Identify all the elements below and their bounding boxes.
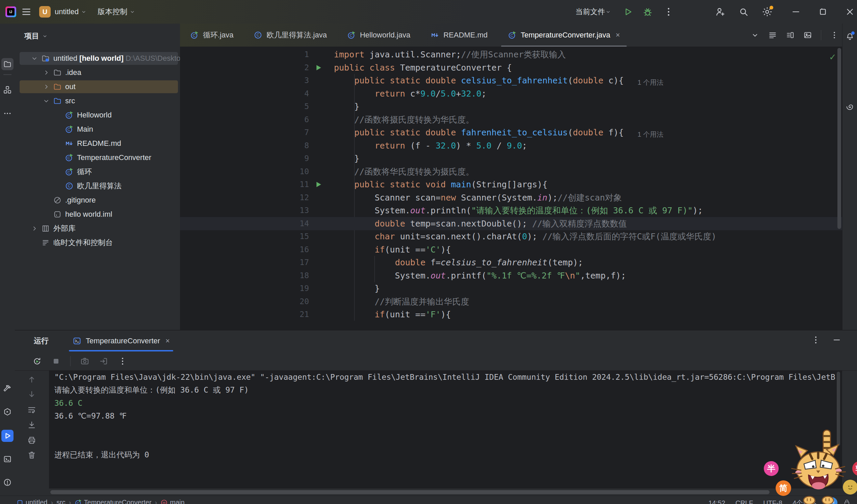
close-tab-icon[interactable]: ×	[616, 31, 620, 39]
tree-item[interactable]: out	[15, 80, 180, 94]
tree-item[interactable]: untitled [hello world] D:\ASUS\Desktop\J…	[15, 51, 180, 66]
tree-item[interactable]: CHelloworld	[15, 108, 180, 122]
tree-item[interactable]: CMain	[15, 122, 180, 136]
tree-item[interactable]: 临时文件和控制台	[15, 236, 180, 250]
chevron-right-icon[interactable]	[42, 69, 50, 77]
tree-item[interactable]: .gitignore	[15, 193, 180, 207]
console-output[interactable]: "C:\Program Files\Java\jdk-22\bin\java.e…	[49, 371, 842, 488]
search-everywhere-icon[interactable]	[738, 6, 749, 17]
build-tool-button[interactable]	[1, 383, 14, 394]
line-number: 5	[274, 100, 309, 113]
code-line: 11 public static void main(String[]args)…	[180, 178, 842, 191]
breadcrumbs: untitled›src›CTemperatureConverter›mmain	[16, 499, 185, 504]
tree-item[interactable]: C循环	[15, 165, 180, 179]
more-actions-icon[interactable]	[663, 6, 674, 17]
window-maximize-button[interactable]	[818, 7, 828, 17]
scroll-to-end-icon[interactable]	[27, 420, 36, 430]
tab-options-icon[interactable]	[830, 31, 839, 39]
run-config-widget[interactable]: 当前文件	[575, 7, 605, 17]
prev-occurrence-icon[interactable]	[27, 375, 36, 384]
inspections-ok-icon[interactable]: ✓	[829, 52, 836, 63]
soft-wrap-icon[interactable]	[27, 405, 36, 415]
run-line-icon[interactable]	[314, 180, 323, 189]
run-panel-options-icon[interactable]	[811, 335, 821, 345]
svg-text:C: C	[350, 33, 353, 37]
run-line-icon[interactable]	[314, 64, 323, 72]
thread-dump-icon[interactable]	[80, 356, 89, 366]
chevron-down-icon[interactable]	[42, 97, 50, 105]
terminal-tool-button[interactable]	[1, 453, 14, 465]
run-config-chevron-icon[interactable]	[605, 9, 611, 15]
tree-item[interactable]: hello world.iml	[15, 207, 180, 221]
encoding-widget[interactable]: UTF-8	[763, 499, 783, 504]
rerun-button[interactable]	[32, 356, 42, 366]
breadcrumb-item[interactable]: CTemperatureConverter	[74, 499, 152, 504]
structure-tool-button[interactable]	[1, 84, 14, 96]
clear-console-icon[interactable]	[27, 450, 36, 460]
vcs-widget[interactable]: 版本控制	[98, 7, 127, 17]
problems-tool-button[interactable]	[1, 476, 14, 488]
run-button[interactable]	[623, 6, 634, 17]
main-menu-icon[interactable]	[21, 6, 32, 17]
console-horizontal-scrollbar[interactable]	[50, 490, 770, 494]
tree-item[interactable]: CTemperatureConverter	[15, 151, 180, 165]
vcs-chevron-icon[interactable]	[129, 9, 135, 15]
more-tools-button[interactable]	[1, 107, 14, 119]
svg-text:C: C	[68, 184, 71, 188]
tab-list-icon[interactable]	[768, 31, 777, 39]
line-separator-widget[interactable]: CRLF	[736, 499, 753, 504]
tab-bar-actions	[751, 23, 839, 47]
preview-icon[interactable]	[803, 31, 812, 39]
chevron-right-icon[interactable]	[30, 224, 38, 233]
line-number: 4	[274, 87, 309, 100]
code-line: 5 }	[180, 100, 842, 113]
project-panel-header[interactable]: 项目	[24, 31, 48, 41]
project-badge: U	[39, 6, 51, 18]
chevron-right-icon[interactable]	[42, 83, 50, 91]
intellij-logo-icon: IJ	[5, 6, 16, 17]
stop-button[interactable]	[51, 356, 61, 366]
run-toolbar-more-icon[interactable]	[118, 356, 127, 366]
close-run-tab-icon[interactable]: ×	[166, 337, 170, 345]
code-with-me-icon[interactable]	[715, 6, 725, 17]
project-name[interactable]: untitled	[55, 7, 79, 16]
editor-tab[interactable]: C循环.java	[180, 23, 243, 47]
editor-tab[interactable]: CHelloworld.java	[337, 23, 420, 47]
editor-tab[interactable]: README.md	[420, 23, 498, 47]
editor-tab[interactable]: C欧几里得算法.java	[243, 23, 337, 47]
run-tab[interactable]: TemperatureConverter ×	[66, 331, 177, 351]
print-icon[interactable]	[27, 435, 36, 445]
project-chevron-icon[interactable]	[81, 9, 87, 15]
console-line: 36.6 C	[49, 397, 842, 409]
split-editor-icon[interactable]	[786, 31, 794, 39]
project-tool-button[interactable]	[1, 58, 14, 70]
run-tool-button[interactable]	[1, 430, 14, 442]
attach-debugger-icon[interactable]	[99, 356, 108, 366]
tree-item[interactable]: .idea	[15, 66, 180, 80]
window-minimize-button[interactable]	[791, 7, 801, 17]
services-tool-button[interactable]	[1, 406, 14, 418]
breadcrumb-item[interactable]: untitled	[16, 499, 48, 504]
ai-assistant-icon[interactable]	[844, 101, 856, 113]
breadcrumb-item[interactable]: src	[56, 499, 66, 504]
code-line: 21 if(unit =='F'){	[180, 308, 842, 321]
editor-scrollbar[interactable]	[837, 48, 841, 229]
editor-tab[interactable]: CTemperatureConverter.java×	[498, 23, 630, 47]
code-line: 6 //函数将摄氏度转换为华氏度。	[180, 113, 842, 126]
next-occurrence-icon[interactable]	[27, 389, 36, 399]
settings-icon[interactable]	[762, 6, 773, 17]
console-line: 请输入要转换的温度和单位：(例如 36.6 C 或 97 F)	[49, 384, 842, 396]
tree-item[interactable]: C欧几里得算法	[15, 179, 180, 193]
tree-item[interactable]: src	[15, 94, 180, 108]
line-number: 19	[274, 282, 309, 295]
tree-item[interactable]: README.md	[15, 136, 180, 151]
debug-button[interactable]	[642, 6, 653, 17]
tree-item[interactable]: 外部库	[15, 221, 180, 236]
code-editor[interactable]: 1import java.util.Scanner;//使用Scanner类获取…	[180, 47, 842, 330]
chevron-down-icon[interactable]	[30, 54, 38, 63]
window-close-button[interactable]	[845, 7, 855, 17]
breadcrumb-item[interactable]: mmain	[161, 499, 184, 504]
notifications-bell-icon[interactable]	[844, 30, 856, 43]
hidden-tabs-icon[interactable]	[751, 31, 759, 39]
hide-run-panel-icon[interactable]	[832, 335, 841, 345]
